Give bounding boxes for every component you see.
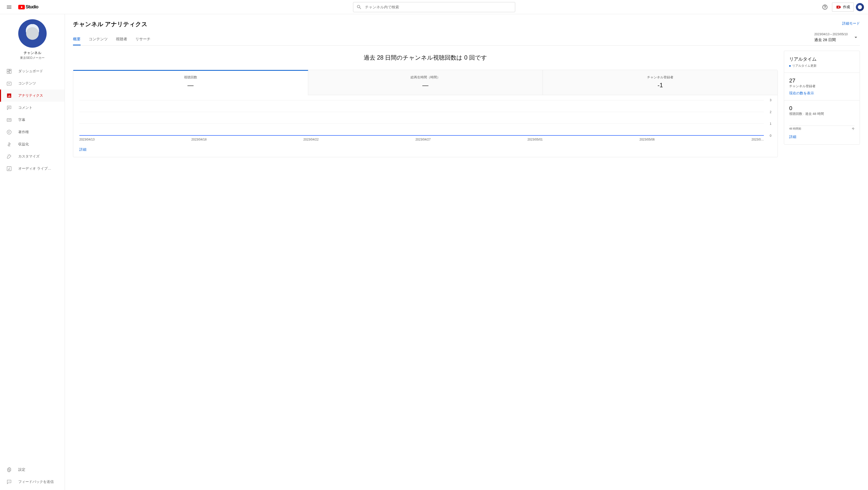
channel-name: 東京SEOメーカー <box>0 56 65 60</box>
nav-label: カスタマイズ <box>18 154 39 159</box>
sparkline-start-label: 48 時間前 <box>789 127 801 131</box>
channel-label: チャンネル <box>0 51 65 55</box>
nav-label: 著作権 <box>18 130 29 135</box>
search-input[interactable] <box>365 5 512 9</box>
audio-library-icon <box>6 166 12 172</box>
metrics-card: 視聴回数 — 総再生時間（時間） — チャンネル登録者 -1 <box>73 70 778 157</box>
create-button[interactable]: 作成 <box>832 3 854 12</box>
chart-gridline <box>79 123 764 124</box>
y-tick: 0 <box>770 134 771 138</box>
divider <box>784 73 860 73</box>
svg-point-7 <box>8 469 10 470</box>
content-row: 過去 28 日間のチャンネル視聴回数は 0 回です 視聴回数 — 総再生時間（時… <box>73 51 860 157</box>
nav-monetization[interactable]: 収益化 <box>0 138 65 150</box>
metric-value: -1 <box>546 82 774 89</box>
nav-label: フィードバックを送信 <box>18 480 54 484</box>
x-tick: 2023/05/01 <box>527 138 542 141</box>
metric-label: チャンネル登録者 <box>546 75 774 80</box>
channel-header: チャンネル 東京SEOメーカー <box>0 14 65 63</box>
realtime-card: リアルタイム リアルタイム更新 27 チャンネル登録者 現在の数を表示 0 視聴… <box>784 51 860 145</box>
nav-label: 字幕 <box>18 118 25 122</box>
menu-icon <box>6 4 12 10</box>
y-tick: 1 <box>770 122 771 125</box>
metric-tabs: 視聴回数 — 総再生時間（時間） — チャンネル登録者 -1 <box>73 70 777 95</box>
main-content: チャンネル アナリティクス 詳細モード 概要 コンテンツ 視聴者 リサーチ 20… <box>65 14 868 490</box>
nav-audio-library[interactable]: オーディオ ライブ… <box>0 163 65 175</box>
metric-tab-views[interactable]: 視聴回数 — <box>73 70 308 95</box>
channel-avatar[interactable] <box>18 19 46 48</box>
realtime-detail-link[interactable]: 詳細 <box>789 135 796 139</box>
chart-y-axis: 3 2 1 0 <box>764 100 771 136</box>
tab-research[interactable]: リサーチ <box>135 33 151 46</box>
chart-footer: 詳細 <box>73 145 777 157</box>
subtitles-icon <box>6 117 12 123</box>
search-box[interactable] <box>353 2 515 12</box>
nav-label: コンテンツ <box>18 81 36 86</box>
sub-header: 概要 コンテンツ 視聴者 リサーチ 2023/04/13～2023/05/10 … <box>73 30 860 46</box>
realtime-live-indicator: リアルタイム更新 <box>789 64 855 68</box>
x-tick: 2023/04/18 <box>191 138 207 141</box>
nav-feedback[interactable]: フィードバックを送信 <box>0 476 65 488</box>
nav-label: 収益化 <box>18 142 29 147</box>
metric-value: — <box>311 82 540 89</box>
nav-subtitles[interactable]: 字幕 <box>0 114 65 126</box>
chart-gridline <box>79 100 764 100</box>
chart-detail-link[interactable]: 詳細 <box>79 147 86 151</box>
header-right: 作成 <box>813 2 864 12</box>
nav-analytics[interactable]: アナリティクス <box>0 89 65 102</box>
help-icon <box>822 4 828 10</box>
sidebar: チャンネル 東京SEOメーカー ダッシュボード コンテンツ アナリティクス コメ… <box>0 14 65 490</box>
divider <box>784 100 860 100</box>
nav-copyright[interactable]: 著作権 <box>0 126 65 138</box>
svg-rect-6 <box>7 167 11 171</box>
metric-tab-subscribers[interactable]: チャンネル登録者 -1 <box>543 70 777 95</box>
youtube-play-icon <box>18 5 25 9</box>
realtime-subs-count: 27 <box>789 77 855 84</box>
x-tick: 2023/04/13 <box>79 138 95 141</box>
analytics-tabs: 概要 コンテンツ 視聴者 リサーチ <box>73 33 151 46</box>
svg-point-5 <box>8 154 9 155</box>
tab-content[interactable]: コンテンツ <box>89 33 108 46</box>
realtime-subs-link[interactable]: 現在の数を表示 <box>789 91 814 96</box>
app-header: Studio 作成 <box>0 0 868 14</box>
hamburger-menu-button[interactable] <box>4 2 14 12</box>
header-center <box>55 2 813 12</box>
x-tick: 2023/04/22 <box>303 138 318 141</box>
main-column: 過去 28 日間のチャンネル視聴回数は 0 回です 視聴回数 — 総再生時間（時… <box>73 51 778 157</box>
date-picker-texts: 2023/04/13～2023/05/10 過去 28 日間 <box>814 32 848 42</box>
nav-customization[interactable]: カスタマイズ <box>0 150 65 163</box>
headline-text: 過去 28 日間のチャンネル視聴回数は 0 回です <box>73 54 778 62</box>
content-icon <box>6 80 12 86</box>
svg-rect-2 <box>7 119 11 121</box>
nav-comments[interactable]: コメント <box>0 102 65 114</box>
nav-content[interactable]: コンテンツ <box>0 77 65 89</box>
sparkline-end-label: 今 <box>852 127 855 131</box>
metric-label: 視聴回数 <box>76 75 305 80</box>
date-range-picker[interactable]: 2023/04/13～2023/05/10 過去 28 日間 <box>811 30 860 46</box>
chevron-down-icon <box>853 34 859 40</box>
page-header: チャンネル アナリティクス 詳細モード <box>73 20 860 28</box>
logo-text: Studio <box>26 4 38 10</box>
page-title: チャンネル アナリティクス <box>73 20 148 28</box>
nav-dashboard[interactable]: ダッシュボード <box>0 65 65 77</box>
nav-settings[interactable]: 設定 <box>0 464 65 476</box>
nav-label: ダッシュボード <box>18 69 43 74</box>
realtime-views-label: 視聴回数 · 過去 48 時間 <box>789 112 855 116</box>
realtime-title: リアルタイム <box>789 56 855 62</box>
analytics-icon <box>6 93 12 99</box>
metric-label: 総再生時間（時間） <box>311 75 540 80</box>
help-button[interactable] <box>820 2 830 12</box>
x-tick: 2023/0… <box>751 138 764 141</box>
youtube-studio-logo[interactable]: Studio <box>18 4 38 10</box>
account-avatar[interactable] <box>856 3 864 11</box>
tab-overview[interactable]: 概要 <box>73 33 81 46</box>
metric-tab-watch-time[interactable]: 総再生時間（時間） — <box>308 70 543 95</box>
svg-point-4 <box>8 155 8 155</box>
advanced-mode-link[interactable]: 詳細モード <box>842 21 860 26</box>
nav-label: オーディオ ライブ… <box>18 166 51 171</box>
feedback-icon <box>6 479 12 485</box>
nav-label: アナリティクス <box>18 93 43 98</box>
date-range-text: 2023/04/13～2023/05/10 <box>814 32 848 36</box>
tab-audience[interactable]: 視聴者 <box>116 33 127 46</box>
date-label-text: 過去 28 日間 <box>814 37 848 42</box>
